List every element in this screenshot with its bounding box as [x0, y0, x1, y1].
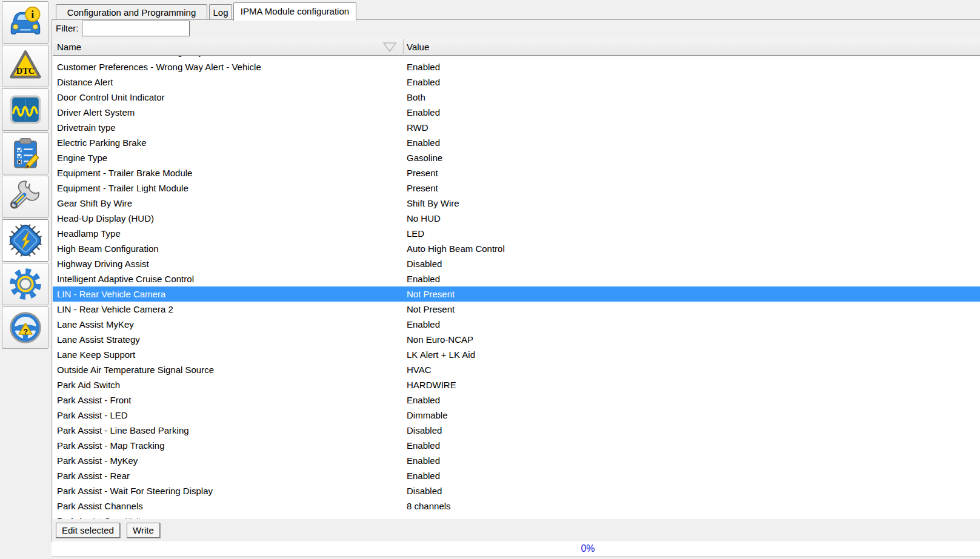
tab-log[interactable]: Log — [209, 4, 232, 20]
tab-ipma-module-configuration[interactable]: IPMA Module configuration — [233, 2, 356, 21]
filter-label: Filter: — [56, 23, 79, 33]
cell-name: Park Assist - LED — [53, 408, 403, 423]
cell-name: Electric Parking Brake — [53, 135, 403, 150]
cell-value: Shift By Wire — [403, 196, 980, 211]
cell-name: Lane Assist MyKey — [53, 317, 403, 332]
sidebar-button-dtc[interactable]: DTC — [2, 45, 48, 87]
cell-name: LIN - Rear Vehicle Camera — [53, 286, 403, 302]
cell-value: Present — [403, 165, 980, 180]
filter-input[interactable] — [82, 21, 190, 36]
help-steering-icon: ? — [8, 310, 43, 345]
table-row[interactable]: Drivetrain type RWD — [53, 120, 980, 135]
cell-value: No HUD — [403, 211, 980, 226]
table-header: Name Value — [53, 39, 980, 56]
sidebar-button-module-configuration[interactable] — [2, 219, 48, 262]
cell-value: HVAC — [403, 362, 980, 377]
button-bar: Edit selected Write — [53, 519, 980, 541]
table-row[interactable]: Engine Type Gasoline — [53, 150, 980, 165]
table-row[interactable]: High Beam Configuration Auto High Beam C… — [53, 241, 980, 256]
table-row[interactable]: Park Assist Channels 8 channels — [53, 498, 980, 514]
cell-value: Not Present — [403, 302, 980, 317]
sidebar-button-vehicle-info[interactable]: i — [2, 1, 48, 44]
table-row[interactable]: Customer Preferences - Wrong Way Alert -… — [53, 59, 980, 74]
write-button[interactable]: Write — [127, 523, 160, 538]
table-row[interactable]: Park Assist - Wait For Steering Display … — [53, 483, 980, 498]
column-header-value[interactable]: Value — [407, 39, 429, 56]
progress-bar: 0% — [52, 541, 980, 557]
table-row[interactable]: Lane Assist Strategy Non Euro-NCAP — [53, 332, 980, 347]
sidebar-button-oscilloscope[interactable] — [2, 88, 48, 131]
cell-name: Equipment - Trailer Brake Module — [53, 165, 403, 180]
cell-name: Distance Alert — [53, 74, 403, 90]
cell-value: Gasoline — [403, 150, 980, 165]
cell-name: Park Assist - Front — [53, 392, 403, 408]
column-header-name[interactable]: Name — [57, 39, 81, 56]
table-row[interactable]: Park Assist - Front Enabled — [53, 392, 980, 408]
table-row-selected[interactable]: LIN - Rear Vehicle Camera Not Present — [53, 286, 980, 302]
table-row[interactable]: Intelligent Adaptive Cruise Control Enab… — [53, 271, 980, 286]
settings-gear-icon — [8, 266, 43, 302]
cell-name: Park Aid Switch — [53, 377, 403, 392]
table-row[interactable]: Lane Keep Support LK Alert + LK Aid — [53, 347, 980, 362]
cell-name: Park Assist - Map Tracking — [53, 438, 403, 453]
table-row[interactable]: Outside Air Temperature Signal Source HV… — [53, 362, 980, 377]
table-row[interactable]: LIN - Rear Vehicle Camera 2 Not Present — [53, 302, 980, 317]
sidebar-button-help[interactable]: ? — [2, 306, 48, 349]
cell-name: Customer Preferences - Wrong Way Alert -… — [53, 59, 403, 74]
sidebar-button-tests[interactable] — [2, 132, 48, 174]
table-row[interactable]: Distance Alert Enabled — [53, 74, 980, 90]
progress-percent-label: 0% — [558, 543, 618, 554]
cell-name: Gear Shift By Wire — [53, 196, 403, 211]
table-row[interactable]: Park Aid Switch HARDWIRE — [53, 377, 980, 392]
table-row[interactable]: Electric Parking Brake Enabled — [53, 135, 980, 150]
cell-value: Dimmable — [403, 408, 980, 423]
table-row-partial-bottom[interactable]: Park Assist Sensitivity — [53, 514, 980, 519]
svg-text:?: ? — [23, 328, 28, 336]
cell-name: Door Control Unit Indicator — [53, 90, 403, 105]
vehicle-info-icon: i — [8, 5, 43, 40]
table-row[interactable]: Park Assist - Rear Enabled — [53, 468, 980, 483]
cell-value: Enabled — [403, 438, 980, 453]
sidebar-button-service[interactable] — [2, 176, 48, 218]
filter-row: Filter: — [52, 21, 980, 39]
edit-selected-button[interactable]: Edit selected — [56, 523, 120, 538]
cell-value: Non Euro-NCAP — [403, 332, 980, 347]
table-row[interactable]: Equipment - Trailer Brake Module Present — [53, 165, 980, 180]
table-row[interactable]: Lane Assist MyKey Enabled — [53, 317, 980, 332]
svg-text:i: i — [31, 8, 34, 21]
cell-name: Intelligent Adaptive Cruise Control — [53, 271, 403, 286]
cell-name: Drivetrain type — [53, 120, 403, 135]
cell-name: Lane Assist Strategy — [53, 332, 403, 347]
cell-value: 8 channels — [403, 498, 980, 514]
column-separator[interactable] — [403, 39, 404, 56]
sidebar-button-settings[interactable] — [2, 263, 48, 305]
table-row[interactable]: Park Assist - LED Dimmable — [53, 408, 980, 423]
table-row[interactable]: Park Assist - Line Based Parking Disable… — [53, 423, 980, 438]
table-row[interactable]: Headlamp Type LED — [53, 226, 980, 241]
cell-name: Head-Up Display (HUD) — [53, 211, 403, 226]
table-row[interactable]: Park Assist - MyKey Enabled — [53, 453, 980, 468]
ipma-configuration-panel: Filter: Name Value Customer Preferences … — [52, 19, 980, 541]
cell-value: Enabled — [403, 317, 980, 332]
table-row[interactable]: Park Assist - Map Tracking Enabled — [53, 438, 980, 453]
cell-value: Disabled — [403, 423, 980, 438]
tab-label: IPMA Module configuration — [241, 6, 349, 16]
table-row[interactable]: Gear Shift By Wire Shift By Wire — [53, 196, 980, 211]
configuration-chip-icon — [8, 223, 43, 258]
cell-name: Outside Air Temperature Signal Source — [53, 362, 403, 377]
table-row[interactable]: Highway Driving Assist Disabled — [53, 256, 980, 271]
cell-value: Present — [403, 180, 980, 196]
table-row[interactable]: Equipment - Trailer Light Module Present — [53, 180, 980, 196]
tab-configuration-and-programming[interactable]: Configuration and Programming — [56, 4, 207, 20]
table-row[interactable]: Head-Up Display (HUD) No HUD — [53, 211, 980, 226]
cell-name: Park Assist - Wait For Steering Display — [53, 483, 403, 498]
tests-checklist-icon — [8, 136, 43, 171]
table-row[interactable]: Door Control Unit Indicator Both — [53, 90, 980, 105]
table-row[interactable]: Driver Alert System Enabled — [53, 105, 980, 120]
cell-value: HARDWIRE — [403, 377, 980, 392]
cell-value: Not Present — [403, 286, 980, 302]
cell-name: High Beam Configuration — [53, 241, 403, 256]
sidebar: i DTC — [0, 0, 51, 559]
oscilloscope-icon — [8, 92, 43, 127]
cell-name: Engine Type — [53, 150, 403, 165]
